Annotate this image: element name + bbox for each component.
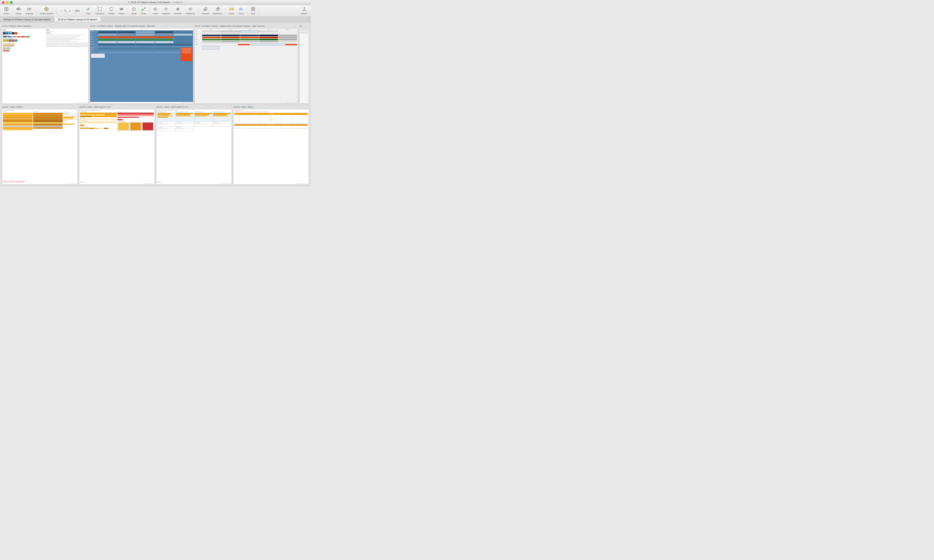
insert-label: Insert [4,12,9,15]
artboard-1-wrapper: ZJ 01 - Colours, fonts, headings Colour … [2,29,88,103]
artboard-2[interactable]: DEFAULT HOVER FOCUS ACTIVE DISABLED INPU… [90,29,193,103]
group-button[interactable]: Group [14,6,23,15]
svg-rect-12 [98,8,101,11]
scale-button[interactable]: Scale [139,6,148,15]
intersect-icon [175,7,180,12]
svg-rect-18 [120,8,123,9]
mask-label: Mask [131,12,136,15]
create-symbol-label: Create Symbol [40,12,54,15]
svg-marker-23 [143,7,145,9]
mirror-icon [229,7,234,12]
artboard-4-title: ZJ. [300,25,303,27]
forward-label: Forward [202,12,209,15]
difference-icon [188,7,193,12]
rotate-button[interactable]: Rotate [106,6,116,15]
insert-button[interactable]: Insert [2,6,11,15]
svg-rect-3 [17,8,18,10]
flatten-label: Flatten [118,12,125,15]
artboard-7-footer: ZJ Pattern Library 0.23 beta [220,183,231,184]
transform-button[interactable]: Transform [93,6,106,15]
tab-left[interactable]: Webjet UI Pattern Library 0.18 beta.sket… [0,17,54,22]
transform-label: Transform [95,12,104,15]
zoom-icon: 🔍 [64,9,67,12]
artboard-5[interactable]: ZUJI input select widget specifications … [2,109,77,185]
export-button[interactable]: Export [300,6,309,15]
intersect-label: Intersect [174,12,182,15]
artboard-8-title: Zuji 05 - Input - date p [233,106,253,108]
artboard-5-wrapper: Zuji 02 - Input - Select ZUJI input sele… [2,109,77,185]
artboard-8[interactable]: ZUJI input datepicker widget... Please a… [233,109,309,185]
ungroup-icon [27,7,31,12]
artboard-7-title: Zuji 04 - Input - smart search 2 of 2 [156,106,188,108]
artboard-4-wrapper: ZJ. [300,29,309,103]
artboard-5-title: Zuji 02 - Input - Select [2,106,22,108]
create-symbol-icon [44,7,49,12]
svg-marker-38 [230,8,231,11]
mask-button[interactable]: Mask [129,6,138,15]
transform-icon [97,7,102,12]
create-symbol-button[interactable]: Create Symbol [38,6,55,15]
intersect-button[interactable]: Intersect [172,6,184,15]
artboard-4[interactable] [300,29,309,103]
artboard-7[interactable]: ZUJI input smart search (autocomplete) w… [156,109,232,185]
svg-point-13 [98,7,98,8]
artboard-3-footer: ZJ Pattern Library 0.23 beta [286,102,297,103]
svg-rect-44 [253,9,255,11]
artboard-1-footer: ZJ Pattern Library 0.23 beta [76,102,88,103]
svg-rect-42 [253,7,255,9]
union-icon [153,7,158,12]
traffic-lights [2,1,13,4]
artboard-3-wrapper: ZJ 02 - UI Pattern Library - widgets wit… [195,29,298,103]
group-icon [16,7,21,12]
toolbar: Insert Group Ungroup [0,5,311,17]
artboard-6-title: Zuji 03 - Input - smart search 1 of 2 [79,106,111,108]
ungroup-button[interactable]: Ungroup [23,6,35,15]
minimize-button[interactable] [6,1,9,4]
cloud-icon [239,7,243,12]
close-button[interactable] [2,1,5,4]
svg-point-27 [166,8,168,10]
tab-add-button[interactable]: + [305,17,311,22]
edit-button[interactable]: Edit [84,6,93,15]
artboard-5-footer: ZJ Pattern Library 0.23 beta [66,183,77,184]
artboard-8-wrapper: Zuji 05 - Input - date p ZUJI input date… [233,109,309,185]
mirror-button[interactable]: Mirror [227,6,236,15]
svg-rect-4 [18,8,20,10]
svg-point-30 [177,8,178,10]
svg-marker-39 [232,8,233,11]
forward-button[interactable]: Forward [200,6,211,15]
svg-point-16 [101,11,102,11]
zoom-in-button[interactable]: + [68,9,72,13]
view-button[interactable]: View [249,6,258,15]
title-bar: ✎ ZUJI UI Pattern Library 0.23.sketch — … [0,0,311,5]
subtract-button[interactable]: Subtract [160,6,172,15]
artboard-7-wrapper: Zuji 04 - Input - smart search 2 of 2 ZU… [156,109,232,185]
canvas-area[interactable]: ZJ 01 - Colours, fonts, headings Colour … [0,22,311,187]
mirror-label: Mirror [229,12,234,15]
artboard-3[interactable]: DEFAULT HOVER FOCUS ACTIVE DISABLED INPU… [195,29,298,103]
difference-button[interactable]: Difference [184,6,197,15]
maximize-button[interactable] [10,1,13,4]
svg-marker-46 [304,7,305,8]
svg-point-25 [155,8,157,10]
scale-icon [141,7,146,12]
zoom-out-button[interactable]: − [59,9,63,13]
difference-label: Difference [186,12,195,15]
svg-point-14 [101,7,102,8]
tab-right[interactable]: ZUJI UI Pattern Library 0.23.sketch [54,17,101,22]
zoom-value[interactable]: 25% [74,9,81,12]
flatten-button[interactable]: Flatten [117,6,127,15]
artboard-1[interactable]: Colour Primary Site Colours Button Colo [2,29,88,103]
zoom-control: − 🔍 + [58,9,73,13]
window-title: ✎ ZUJI UI Pattern Library 0.23.sketch — … [128,1,183,4]
group-label: Group [15,12,21,15]
artboard-6-wrapper: Zuji 03 - Input - smart search 1 of 2 ZU… [79,109,154,185]
svg-rect-41 [251,7,253,9]
union-button[interactable]: Union [151,6,160,15]
artboard-3-title: ZJ 02 - UI Pattern Library - widgets wit… [195,25,265,27]
svg-rect-6 [28,8,29,10]
backward-icon [215,7,220,12]
backward-button[interactable]: Backward [211,6,224,15]
cloud-button[interactable]: Cloud [237,6,246,15]
artboard-6[interactable]: ZUJI input smart search (autocomplete) w… [79,109,154,185]
